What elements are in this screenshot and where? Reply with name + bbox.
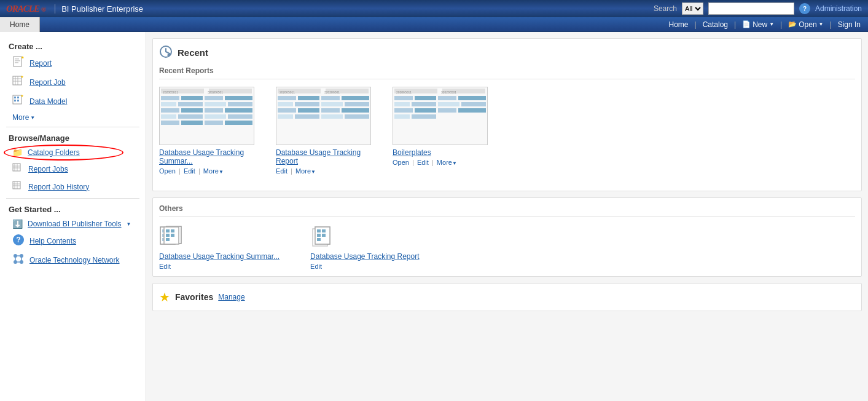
report3-open[interactable]: Open bbox=[393, 159, 409, 166]
report3-more[interactable]: More▼ bbox=[437, 159, 457, 166]
svg-text:202865011: 202865011 bbox=[280, 90, 295, 94]
svg-rect-96 bbox=[438, 102, 459, 106]
svg-rect-14 bbox=[14, 100, 16, 101]
recent-report-name-2[interactable]: Database Usage Tracking Report bbox=[276, 148, 374, 165]
search-label: Search bbox=[654, 4, 677, 13]
svg-rect-57 bbox=[178, 114, 203, 119]
other-card-2: Database Usage Tracking Report Edit bbox=[310, 224, 419, 270]
other-card-1: Database Usage Tracking Summar... Edit bbox=[159, 224, 280, 270]
svg-text:202865011: 202865011 bbox=[396, 90, 412, 94]
download-tools-icon: ⬇️ bbox=[12, 219, 23, 229]
main-layout: Create ... Report bbox=[0, 32, 868, 401]
svg-rect-132 bbox=[317, 234, 321, 237]
svg-text:?: ? bbox=[16, 236, 20, 244]
report3-edit[interactable]: Edit bbox=[417, 159, 429, 166]
svg-rect-52 bbox=[161, 108, 179, 113]
svg-rect-75 bbox=[321, 102, 343, 106]
others-grid: Database Usage Tracking Summar... Edit bbox=[159, 224, 855, 270]
recent-report-card-1: 202865011 320286501 Database Usage Track… bbox=[159, 87, 257, 175]
help-icon: ? bbox=[12, 234, 25, 248]
more-link[interactable]: More ▼ bbox=[0, 111, 146, 124]
data-model-icon bbox=[12, 94, 25, 108]
report1-more[interactable]: More▼ bbox=[203, 167, 224, 175]
catalog-nav-link[interactable]: Catalog bbox=[698, 19, 733, 30]
recent-report-name-1[interactable]: Database Usage Tracking Summar... bbox=[159, 148, 257, 165]
catalog-folders-link[interactable]: Catalog Folders bbox=[28, 148, 80, 157]
report1-edit[interactable]: Edit bbox=[184, 167, 195, 175]
report-icon bbox=[12, 56, 25, 70]
report-jobs-browse-link[interactable]: Report Jobs bbox=[28, 165, 68, 173]
svg-rect-51 bbox=[228, 102, 252, 106]
svg-rect-49 bbox=[178, 102, 203, 106]
sidebar-item-download-tools[interactable]: ⬇️ Download BI Publisher Tools ▼ bbox=[0, 216, 146, 231]
open-nav-btn[interactable]: 📂 Open ▼ bbox=[783, 19, 828, 30]
report1-open[interactable]: Open bbox=[159, 167, 176, 175]
sidebar-item-data-model[interactable]: Data Model bbox=[0, 92, 146, 111]
svg-rect-55 bbox=[225, 108, 252, 113]
more-arrow: ▼ bbox=[30, 115, 35, 121]
sidebar-divider1 bbox=[6, 127, 139, 127]
svg-rect-119 bbox=[171, 234, 174, 237]
svg-rect-103 bbox=[412, 114, 436, 119]
report2-more[interactable]: More▼ bbox=[295, 167, 316, 175]
favorites-manage-link[interactable]: Manage bbox=[218, 293, 244, 301]
svg-rect-74 bbox=[295, 102, 319, 106]
sidebar-item-catalog-folders[interactable]: 📁 Catalog Folders bbox=[0, 145, 146, 160]
content-area: Recent Recent Reports bbox=[146, 32, 868, 401]
svg-rect-79 bbox=[321, 108, 340, 113]
svg-rect-1 bbox=[15, 58, 19, 60]
others-section: Others bbox=[152, 197, 862, 277]
other-card2-edit[interactable]: Edit bbox=[310, 263, 322, 270]
report-job-history-icon bbox=[12, 180, 23, 193]
report2-edit[interactable]: Edit bbox=[276, 167, 287, 175]
report-thumbnail-1: 202865011 320286501 bbox=[159, 87, 254, 145]
others-title: Others bbox=[159, 204, 855, 217]
svg-rect-62 bbox=[205, 121, 223, 125]
download-tools-link[interactable]: Download BI Publisher Tools bbox=[28, 220, 122, 228]
svg-rect-99 bbox=[415, 108, 436, 113]
svg-rect-83 bbox=[321, 114, 343, 119]
home-nav-link[interactable]: Home bbox=[664, 19, 694, 30]
signin-nav-link[interactable]: Sign In bbox=[833, 19, 866, 30]
report-link[interactable]: Report bbox=[29, 59, 52, 68]
sidebar-item-report-job[interactable]: Report Job bbox=[0, 73, 146, 92]
home-tab[interactable]: Home bbox=[0, 17, 40, 32]
oracle-network-link[interactable]: Oracle Technology Network bbox=[29, 256, 120, 264]
new-nav-btn[interactable]: 📄 New ▼ bbox=[737, 19, 779, 30]
other-card1-edit[interactable]: Edit bbox=[159, 263, 171, 270]
recent-report-name-3[interactable]: Boilerplates bbox=[393, 148, 491, 157]
svg-rect-44 bbox=[161, 96, 179, 100]
svg-rect-0 bbox=[14, 57, 22, 66]
search-input[interactable] bbox=[708, 2, 794, 15]
new-dropdown-arrow: ▼ bbox=[769, 22, 774, 27]
sidebar-item-oracle-network[interactable]: Oracle Technology Network bbox=[0, 250, 146, 269]
other-card1-name[interactable]: Database Usage Tracking Summar... bbox=[159, 252, 280, 261]
report-job-link[interactable]: Report Job bbox=[29, 78, 66, 87]
report-thumbnail-3: 202865011 320286501 bbox=[393, 87, 488, 145]
data-model-link[interactable]: Data Model bbox=[29, 97, 67, 106]
browse-section-title: Browse/Manage bbox=[0, 130, 146, 145]
catalog-folders-icon: 📁 bbox=[12, 148, 23, 157]
sidebar-item-help[interactable]: ? Help Contents bbox=[0, 231, 146, 250]
report-job-history-link[interactable]: Report Job History bbox=[28, 183, 89, 191]
sidebar-item-report-job-history[interactable]: Report Job History bbox=[0, 178, 146, 196]
svg-rect-130 bbox=[317, 229, 321, 232]
svg-rect-47 bbox=[225, 96, 252, 100]
favorites-section: ★ Favorites Manage bbox=[152, 283, 862, 311]
help-icon-button[interactable]: ? bbox=[799, 3, 810, 14]
recent-report-actions-3: Open | Edit | More▼ bbox=[393, 159, 491, 166]
other-card2-name[interactable]: Database Usage Tracking Report bbox=[310, 252, 419, 261]
recent-report-card-2: 202865011 320286501 Database Usage Track… bbox=[276, 87, 374, 175]
svg-rect-97 bbox=[461, 102, 486, 106]
recent-report-card-3: 202865011 320286501 Boilerplates Open | … bbox=[393, 87, 491, 175]
sidebar-item-report-jobs-browse[interactable]: Report Jobs bbox=[0, 160, 146, 178]
admin-link[interactable]: Administration bbox=[815, 4, 862, 13]
nav-right: Home | Catalog | 📄 New ▼ | 📂 Open ▼ | Si… bbox=[664, 19, 868, 30]
svg-rect-102 bbox=[394, 114, 410, 119]
help-contents-link[interactable]: Help Contents bbox=[29, 237, 76, 245]
nav-sep4: | bbox=[830, 20, 832, 29]
search-select[interactable]: All bbox=[682, 2, 703, 15]
svg-rect-120 bbox=[166, 238, 170, 241]
svg-rect-17 bbox=[13, 164, 20, 171]
sidebar-item-report[interactable]: Report bbox=[0, 54, 146, 73]
